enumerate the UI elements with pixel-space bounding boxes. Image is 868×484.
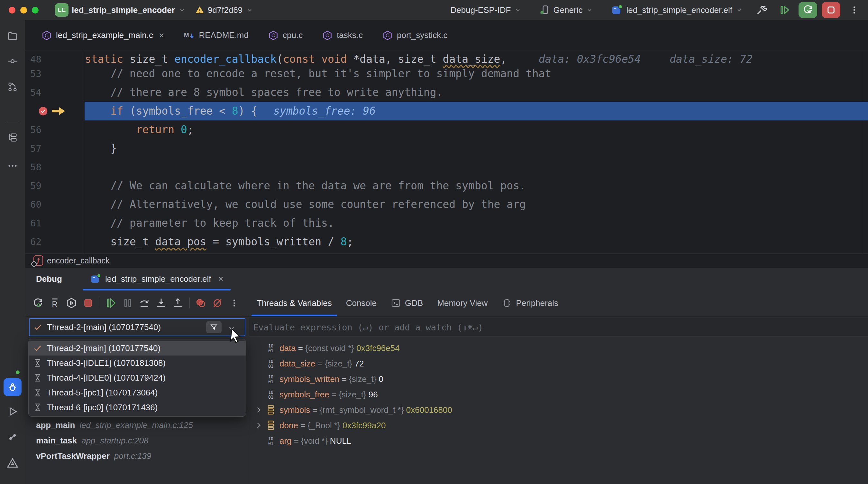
editor-tab[interactable]: Cport_systick.c <box>372 20 457 51</box>
thread-dropdown-item[interactable]: Thread-2-[main] (1070177540) <box>29 341 246 355</box>
debug-tab-memory-view[interactable]: Memory View <box>430 290 495 316</box>
array-pointer-icon <box>266 420 276 431</box>
variable-row[interactable]: 1001data = {const void *} 0x3fc96e54 <box>249 340 868 356</box>
thread-dropdown-item[interactable]: Thread-6-[ipc0] (1070171436) <box>29 400 246 415</box>
structure-tool-button[interactable] <box>7 132 18 143</box>
debug-tab-threads-variables[interactable]: Threads & Variables <box>250 290 339 316</box>
line-number[interactable]: 61 <box>25 214 41 232</box>
code-line[interactable]: 60 // Alternatively, we could use some c… <box>25 195 868 214</box>
breadcrumb-function-name[interactable]: encoder_callback <box>47 256 110 265</box>
filter-threads-button[interactable] <box>206 321 222 333</box>
breakpoint-icon[interactable] <box>38 106 48 116</box>
editor-scrollbar[interactable] <box>862 52 862 253</box>
build-button[interactable] <box>752 2 771 18</box>
pause-button[interactable] <box>121 296 134 310</box>
mute-breakpoints-button[interactable] <box>211 296 224 310</box>
stack-frame-row[interactable]: main_taskapp_startup.c:208 <box>36 433 193 448</box>
chevron-down-icon <box>736 6 743 14</box>
thread-dropdown-item[interactable]: Thread-4-[IDLE0] (1070179424) <box>29 370 246 385</box>
evaluate-expression-input[interactable]: Evaluate expression (↵) or add a watch (… <box>249 318 868 337</box>
code-line[interactable]: 57 } <box>25 139 868 158</box>
project-widget[interactable]: LE led_strip_simple_encoder <box>55 3 186 17</box>
variable-row[interactable]: 1001data_size = {size_t} 72 <box>249 356 868 371</box>
more-menu-button[interactable] <box>845 2 864 18</box>
variable-row[interactable]: 1001symbols_free = {size_t} 96 <box>249 387 868 402</box>
editor-tab[interactable]: Cled_strip_example_main.c× <box>32 20 174 51</box>
line-number[interactable]: 62 <box>25 232 41 251</box>
code-line[interactable]: 56 return 0; <box>25 120 868 139</box>
run-icon <box>7 406 18 417</box>
editor-tab[interactable]: Ccpu.c <box>258 20 312 51</box>
step-over-button[interactable] <box>138 296 151 310</box>
commit-tool-button[interactable] <box>7 56 18 67</box>
editor-tab-bar: Cled_strip_example_main.c×MREADME.mdCcpu… <box>25 20 868 51</box>
chevron-right-icon <box>254 421 263 430</box>
variable-row[interactable]: done = {_Bool *} 0x3fc99a20 <box>249 418 868 433</box>
editor-tab[interactable]: MREADME.md <box>174 20 258 51</box>
debug-tab-console[interactable]: Console <box>339 290 384 316</box>
code-line[interactable]: 53 // need one to encode a reset, but it… <box>25 68 868 83</box>
variable-row[interactable]: 1001symbols_written = {size_t} 0 <box>249 371 868 387</box>
window-close-button[interactable] <box>9 7 16 13</box>
project-tool-button[interactable] <box>7 31 18 41</box>
stack-frame-row[interactable]: vPortTaskWrapperport.c:139 <box>36 448 193 464</box>
line-number[interactable]: 57 <box>25 139 41 158</box>
run-configuration-selector[interactable]: Debug-ESP-IDF <box>451 5 522 15</box>
editor-tab[interactable]: Ctasks.c <box>312 20 372 51</box>
line-number[interactable]: 48 <box>25 51 41 67</box>
step-out-button[interactable] <box>172 296 184 310</box>
stack-frame-row[interactable]: app_mainled_strip_example_main.c:125 <box>36 417 193 433</box>
code-line[interactable]: 58 <box>25 158 868 176</box>
reset-button[interactable]: R <box>48 296 61 310</box>
main-menu-button[interactable] <box>7 482 18 484</box>
view-breakpoints-button[interactable] <box>194 296 207 310</box>
window-zoom-button[interactable] <box>32 7 39 13</box>
pull-requests-tool-button[interactable] <box>7 82 18 92</box>
run-tool-button[interactable] <box>7 406 18 417</box>
toolbar-more-button[interactable] <box>228 296 241 310</box>
line-number[interactable]: 59 <box>25 176 41 195</box>
line-number[interactable]: 58 <box>25 158 41 176</box>
window-minimize-button[interactable] <box>20 7 27 13</box>
variable-row[interactable]: symbols = {rmt_symbol_word_t *} 0x600168… <box>249 402 868 418</box>
line-number[interactable]: 56 <box>25 120 41 139</box>
thread-dropdown-item[interactable]: Thread-3-[IDLE1] (1070181308) <box>29 355 246 370</box>
code-editor[interactable]: 53 // need one to encode a reset, but it… <box>25 68 868 253</box>
more-tools-button[interactable] <box>7 160 18 171</box>
line-number[interactable]: 60 <box>25 195 41 214</box>
stop-button[interactable] <box>822 2 840 18</box>
frame-location: app_startup.c:208 <box>81 436 148 446</box>
restart-debug-button[interactable] <box>799 2 817 18</box>
code-line[interactable]: if (symbols_free < 8) {symbols_free: 96 <box>25 102 868 120</box>
debug-session-tab[interactable]: led_strip_simple_encoder.elf × <box>83 268 230 290</box>
debug-tool-button[interactable] <box>3 378 22 396</box>
step-into-button[interactable] <box>155 296 167 310</box>
thread-dropdown-item[interactable]: Thread-5-[ipc1] (1070173064) <box>29 385 246 400</box>
line-number[interactable]: 53 <box>25 68 41 83</box>
variable-row[interactable]: 1001arg = {void *} NULL <box>249 433 868 449</box>
target-selector[interactable]: Generic <box>539 4 593 16</box>
sticky-line-header[interactable]: 48static size_t encoder_callback(const v… <box>25 51 868 69</box>
problems-tool-button[interactable] <box>6 457 19 469</box>
close-icon[interactable]: × <box>159 30 164 40</box>
restart-debug-button[interactable] <box>32 296 44 310</box>
panel-separator[interactable] <box>249 317 249 484</box>
debug-tab-peripherals[interactable]: Peripherals <box>495 290 565 316</box>
stop-button[interactable] <box>82 296 95 310</box>
line-number[interactable]: 54 <box>25 83 41 102</box>
code-line[interactable]: 62 size_t data_pos = symbols_written / 8… <box>25 232 868 251</box>
close-icon[interactable]: × <box>218 274 223 284</box>
debug-tab-label: Console <box>346 298 377 308</box>
services-tool-button[interactable] <box>7 431 18 443</box>
resume-program-button[interactable] <box>775 2 794 18</box>
thread-selector-combobox[interactable]: Thread-2-[main] (1070177540) <box>29 318 245 336</box>
sticky-code-line[interactable]: 48static size_t encoder_callback(const v… <box>25 51 868 67</box>
debug-tab-gdb[interactable]: GDB <box>384 290 430 316</box>
vcs-widget[interactable]: 9d7f2d69 <box>195 5 253 15</box>
code-line[interactable]: 61 // parameter to keep track of this. <box>25 214 868 232</box>
resume-button[interactable] <box>104 296 117 310</box>
code-line[interactable]: 54 // there are 8 symbol spaces free to … <box>25 83 868 102</box>
run-to-cursor-hexagon-button[interactable] <box>65 296 78 310</box>
code-line[interactable]: 59 // We can calculate where in the data… <box>25 176 868 195</box>
debug-configuration-selector[interactable]: led_strip_simple_encoder.elf <box>611 4 743 16</box>
